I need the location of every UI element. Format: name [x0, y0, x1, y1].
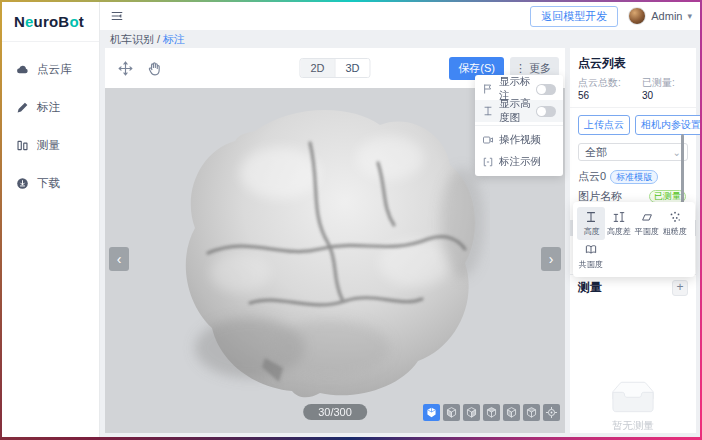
measure-tools-popover: 高度 高度差 平面度	[573, 202, 695, 277]
show-annotation-toggle[interactable]	[536, 84, 556, 95]
tool-height[interactable]: 高度	[577, 207, 605, 240]
measure-section-header: 测量 +	[570, 279, 696, 296]
tooth-3d-model[interactable]	[160, 103, 490, 403]
download-icon	[16, 177, 29, 190]
logo-gear-o-icon: o	[69, 13, 78, 30]
pan-move-icon[interactable]	[117, 60, 134, 77]
menu-item-label: 操作视频	[499, 133, 541, 147]
tool-roughness[interactable]: 粗糙度	[661, 207, 689, 240]
add-measurement-button[interactable]: +	[672, 280, 688, 296]
upload-pointcloud-button[interactable]: 上传点云	[578, 115, 630, 135]
menu-item-annotation-example[interactable]: 标注示例	[475, 151, 563, 173]
view-right-button[interactable]	[503, 404, 520, 421]
empty-state: 暂无测量	[570, 380, 696, 433]
show-heightmap-toggle[interactable]	[536, 106, 556, 117]
camera-params-button[interactable]: 相机内参设置	[635, 115, 700, 135]
more-label: 更多	[529, 61, 551, 76]
caret-down-icon: ▾	[687, 11, 692, 21]
canvas-card: 2D 3D 保存(S) ⋮更多	[105, 48, 565, 433]
flatness-icon	[640, 210, 654, 224]
app-logo: NeuroBot	[2, 2, 99, 42]
view-iso-button[interactable]	[423, 404, 440, 421]
chevron-right-icon: ›	[549, 251, 554, 267]
flag-icon	[482, 83, 494, 95]
height-icon	[584, 210, 598, 224]
logo-gear-e-icon: e	[25, 13, 34, 30]
menu-divider	[475, 125, 563, 126]
screen-frame: NeuroBot 点云库 标注 测量 下载	[0, 0, 702, 440]
template-tag: 标准模版	[610, 170, 658, 184]
collapse-menu-icon[interactable]	[110, 9, 124, 23]
empty-inbox-icon	[605, 380, 661, 416]
tool-label: 共面度	[579, 259, 603, 270]
pointcloud-group-row[interactable]: 点云0 标准模版	[570, 167, 696, 188]
sidebar-item-pointcloud-library[interactable]: 点云库	[2, 50, 99, 88]
sidebar-item-label: 测量	[37, 138, 60, 153]
sidebar-nav: 点云库 标注 测量 下载	[2, 42, 99, 202]
user-menu[interactable]: Admin ▾	[628, 7, 692, 25]
hand-grab-icon[interactable]	[146, 60, 163, 77]
logo-text: N	[14, 13, 25, 30]
view-left-button[interactable]	[483, 404, 500, 421]
height-diff-icon	[612, 210, 626, 224]
view-top-button[interactable]	[523, 404, 540, 421]
cloud-icon	[16, 63, 29, 76]
tool-coplanarity[interactable]: 共面度	[577, 240, 605, 273]
cube-right-icon	[505, 406, 518, 419]
measure-icon	[16, 139, 29, 152]
more-dropdown-menu: 显示标注 显示高度图 操作视频	[475, 75, 563, 176]
menu-item-label: 显示高度图	[499, 97, 531, 125]
sidebar: NeuroBot 点云库 标注 测量 下载	[2, 2, 100, 437]
menu-item-tutorial-video[interactable]: 操作视频	[475, 129, 563, 151]
cube-left-icon	[485, 406, 498, 419]
sidebar-item-annotate[interactable]: 标注	[2, 88, 99, 126]
coplanarity-icon	[584, 243, 598, 257]
workspace: 2D 3D 保存(S) ⋮更多	[100, 48, 700, 437]
tool-label: 高度	[583, 226, 599, 237]
tool-label: 粗糙度	[663, 226, 687, 237]
view-2d-button[interactable]: 2D	[300, 59, 334, 77]
user-name: Admin	[651, 10, 682, 22]
logo-text: uroB	[34, 13, 70, 30]
filter-selected-value: 全部	[585, 145, 607, 160]
tool-label: 高度差	[607, 226, 631, 237]
crosshair-icon	[545, 406, 558, 419]
breadcrumb-current: 标注	[163, 32, 185, 47]
locate-center-button[interactable]	[543, 404, 560, 421]
pagination-indicator: 30/300	[303, 404, 367, 420]
view-front-button[interactable]	[443, 404, 460, 421]
cube-front-icon	[445, 406, 458, 419]
roughness-icon	[668, 210, 682, 224]
sidebar-item-download[interactable]: 下载	[2, 164, 99, 202]
back-to-model-dev-button[interactable]: 返回模型开发	[530, 6, 618, 27]
next-cloud-button[interactable]: ›	[541, 247, 561, 271]
breadcrumb-parent[interactable]: 机车识别	[110, 32, 154, 47]
view-back-button[interactable]	[463, 404, 480, 421]
dots-vertical-icon: ⋮	[515, 62, 526, 75]
video-icon	[482, 134, 494, 146]
view-3d-button[interactable]: 3D	[335, 59, 370, 77]
tool-flatness[interactable]: 平面度	[633, 207, 661, 240]
cube-back-icon	[465, 406, 478, 419]
empty-state-text: 暂无测量	[612, 419, 654, 433]
measured-value: 30	[642, 90, 653, 101]
filter-select[interactable]: 全部 ⌄	[578, 143, 688, 161]
measure-title: 测量	[578, 279, 602, 296]
sidebar-item-label: 标注	[37, 100, 60, 115]
panel-stats: 点云总数: 56 已测量: 30	[570, 74, 696, 108]
logo-text: t	[79, 13, 84, 30]
menu-item-show-heightmap[interactable]: 显示高度图	[475, 100, 563, 122]
tool-height-diff[interactable]: 高度差	[605, 207, 633, 240]
list-scrollbar[interactable]	[681, 134, 684, 210]
chevron-down-icon: ⌄	[673, 147, 681, 158]
sidebar-item-measure[interactable]: 测量	[2, 126, 99, 164]
main-area: 返回模型开发 Admin ▾ 机车识别/标注	[100, 2, 700, 437]
breadcrumb: 机车识别/标注	[100, 30, 700, 48]
breadcrumb-separator: /	[157, 33, 160, 45]
cube-solid-icon	[425, 406, 438, 419]
topbar-right: 返回模型开发 Admin ▾	[530, 6, 692, 27]
top-bar: 返回模型开发 Admin ▾	[100, 2, 700, 30]
prev-cloud-button[interactable]: ‹	[109, 247, 129, 271]
total-value: 56	[578, 90, 589, 101]
menu-item-label: 标注示例	[499, 155, 541, 169]
